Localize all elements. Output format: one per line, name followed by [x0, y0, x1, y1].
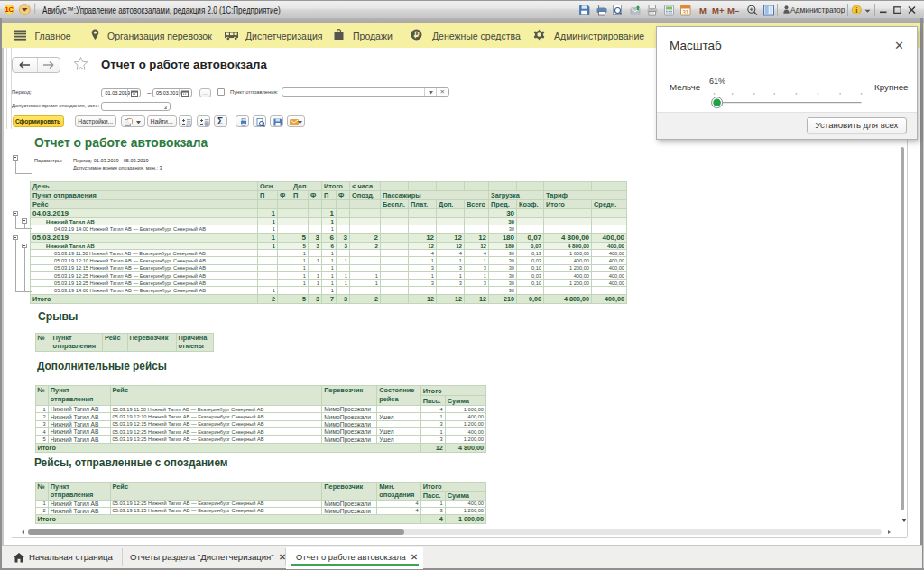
svg-text:Администратор: Администратор	[790, 5, 845, 14]
svg-text:M–: M–	[727, 5, 739, 15]
svg-text:31: 31	[682, 9, 689, 15]
svg-text:M+: M+	[712, 5, 725, 15]
svg-text:1С: 1С	[5, 5, 14, 14]
svg-text:₽: ₽	[414, 30, 420, 39]
svg-text:M: M	[699, 5, 707, 15]
